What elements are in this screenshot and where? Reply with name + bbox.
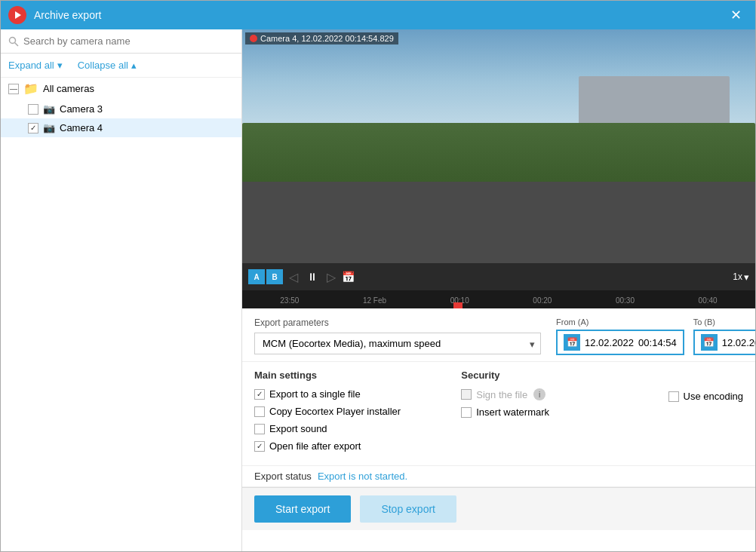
video-timestamp-label: Camera 4, 12.02.2022 00:14:54.829 (245, 32, 398, 44)
sign-file-checkbox (461, 389, 472, 400)
camera3-icon: 📷 (43, 103, 55, 115)
insert-watermark-checkbox[interactable] (461, 407, 472, 418)
camera3-label: Camera 3 (60, 103, 103, 115)
export-single-file-label: Export to a single file (269, 388, 361, 400)
copy-player-row: Copy Eocortex Player installer (254, 406, 446, 417)
tree-item-all-cameras[interactable]: — 📁 All cameras (1, 78, 241, 100)
open-after-export-checkbox[interactable] (254, 441, 265, 452)
export-single-file-checkbox[interactable] (254, 389, 265, 400)
datetime-range: From (A) 📅 12.02.2022 00:14:54 To (B) 📅 (556, 317, 755, 355)
window-title: Archive export (34, 9, 724, 21)
expand-controls: Expand all ▾ Collapse all ▴ (1, 54, 241, 78)
from-calendar-icon: 📅 (564, 334, 580, 351)
speed-control: 1x ▾ (733, 271, 749, 283)
security-section: Security Sign the file i Insert watermar… (461, 370, 653, 458)
ab-buttons: A B (248, 269, 283, 284)
sign-file-row: Sign the file i (461, 388, 653, 400)
use-encoding-checkbox[interactable] (668, 391, 679, 402)
svg-line-2 (15, 42, 19, 46)
export-sound-row: Export sound (254, 423, 446, 434)
trees-layer (242, 123, 755, 189)
export-single-file-row: Export to a single file (254, 388, 446, 400)
divider: ◁ (289, 270, 298, 284)
footer-buttons: Start export Stop export (242, 487, 755, 530)
security-title: Security (461, 370, 653, 381)
camera-list: — 📁 All cameras 📷 Camera 3 📷 Camera 4 (1, 78, 241, 551)
insert-watermark-label: Insert watermark (476, 406, 549, 418)
main-content: Expand all ▾ Collapse all ▴ — 📁 All came… (1, 29, 755, 551)
calendar-button[interactable]: 📅 (342, 271, 355, 283)
svg-marker-0 (15, 11, 21, 19)
export-status-value: Export is not started. (318, 471, 407, 482)
tree-item-camera3[interactable]: 📷 Camera 3 (1, 100, 241, 118)
export-format-group: Export parameters MCM (Eocortex Media), … (254, 317, 541, 354)
app-logo (8, 6, 26, 24)
export-status-label: Export status (254, 471, 312, 482)
search-icon (8, 36, 19, 47)
a-button[interactable]: A (248, 269, 265, 284)
checkbox-camera3[interactable] (28, 104, 38, 115)
main-settings-section: Main settings Export to a single file Co… (254, 370, 446, 458)
b-button[interactable]: B (266, 269, 283, 284)
export-params-row: Export parameters MCM (Eocortex Media), … (242, 308, 755, 362)
checkbox-camera4[interactable] (28, 123, 38, 133)
from-datetime-group: From (A) 📅 12.02.2022 00:14:54 (556, 317, 684, 355)
to-date: 12.02.2022 (722, 337, 755, 348)
format-select-wrapper: MCM (Eocortex Media), maximum speed ▾ (254, 333, 541, 354)
main-settings-title: Main settings (254, 370, 446, 381)
export-sound-checkbox[interactable] (254, 424, 265, 434)
pause-button[interactable]: ⏸ (304, 269, 321, 284)
timeline-bar[interactable]: 23:50 12 Feb 00:10 00:20 00:30 00:40 (242, 290, 755, 308)
open-after-export-label: Open file after export (269, 440, 361, 452)
use-encoding-row: Use encoding (668, 391, 744, 402)
timeline-labels: 23:50 12 Feb 00:10 00:20 00:30 00:40 (242, 293, 755, 308)
checkbox-all-cameras[interactable]: — (8, 84, 19, 94)
right-panel: Camera 4, 12.02.2022 00:14:54.829 A B ◁ … (242, 29, 755, 551)
export-sound-label: Export sound (269, 423, 327, 434)
tree-item-camera4[interactable]: 📷 Camera 4 (1, 118, 241, 137)
from-datetime-input[interactable]: 📅 12.02.2022 00:14:54 (556, 330, 684, 355)
copy-player-checkbox[interactable] (254, 406, 265, 417)
archive-export-window: Archive export ✕ Expand all ▾ Collapse a… (0, 0, 756, 552)
camera4-icon: 📷 (43, 122, 55, 133)
stop-export-button[interactable]: Stop export (360, 495, 456, 523)
to-datetime-group: To (B) 📅 12.02.2022 00:16:54 (693, 317, 755, 355)
bottom-area: Export parameters MCM (Eocortex Media), … (242, 308, 755, 530)
search-input[interactable] (23, 35, 234, 47)
road-layer (242, 182, 755, 264)
video-controls-bar: A B ◁ ⏸ ▷ 📅 1x ▾ (242, 263, 755, 290)
speed-dropdown[interactable]: ▾ (744, 271, 749, 283)
from-label: From (A) (556, 317, 684, 327)
to-label: To (B) (693, 317, 755, 327)
use-encoding-label: Use encoding (684, 391, 744, 402)
camera4-label: Camera 4 (60, 122, 103, 133)
folder-icon: 📁 (23, 81, 38, 96)
settings-security-row: Main settings Export to a single file Co… (242, 362, 755, 466)
sign-file-label: Sign the file (476, 389, 527, 400)
encoding-section: Use encoding (668, 370, 744, 458)
timeline-marker (453, 302, 463, 308)
export-status-row: Export status Export is not started. (242, 466, 755, 487)
start-export-button[interactable]: Start export (254, 495, 351, 523)
collapse-all-link[interactable]: Collapse all ▴ (78, 60, 137, 71)
export-params-label: Export parameters (254, 317, 541, 328)
to-datetime-input[interactable]: 📅 12.02.2022 00:16:54 (693, 330, 755, 355)
to-calendar-icon: 📅 (701, 334, 718, 351)
camera-panel: Expand all ▾ Collapse all ▴ — 📁 All came… (1, 29, 242, 551)
svg-point-1 (10, 37, 16, 43)
video-frame (242, 29, 755, 263)
sign-file-info-icon[interactable]: i (533, 388, 545, 400)
all-cameras-label: All cameras (43, 83, 94, 94)
expand-all-link[interactable]: Expand all ▾ (8, 60, 63, 71)
play-indicator (250, 35, 257, 42)
insert-watermark-row: Insert watermark (461, 406, 653, 418)
format-select[interactable]: MCM (Eocortex Media), maximum speed (254, 333, 541, 354)
open-after-export-row: Open file after export (254, 440, 446, 452)
video-area: Camera 4, 12.02.2022 00:14:54.829 A B ◁ … (242, 29, 755, 308)
marker-dot (453, 302, 463, 308)
close-button[interactable]: ✕ (724, 5, 748, 25)
titlebar: Archive export ✕ (1, 1, 755, 29)
divider2: ▷ (327, 270, 336, 284)
copy-player-label: Copy Eocortex Player installer (269, 406, 401, 417)
from-date: 12.02.2022 (585, 337, 634, 348)
